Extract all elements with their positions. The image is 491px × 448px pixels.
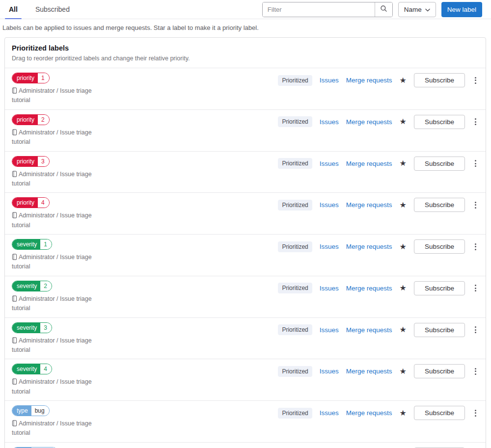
label-row: priority 2 Administrator / Issue triage …: [5, 110, 486, 152]
star-button[interactable]: ★: [400, 326, 407, 334]
label-value: 2: [40, 281, 52, 291]
issues-link[interactable]: Issues: [320, 243, 339, 250]
label-badge[interactable]: type bug: [12, 405, 50, 416]
filter-input[interactable]: [263, 2, 375, 17]
issues-link[interactable]: Issues: [320, 326, 339, 334]
ellipsis-icon: [475, 368, 476, 369]
project-link[interactable]: Administrator / Issue triage tutorial: [12, 294, 110, 314]
labels-toolbar: All Subscribed Name New label: [0, 0, 491, 19]
label-badge[interactable]: severity 2: [12, 281, 52, 291]
star-button[interactable]: ★: [400, 201, 407, 209]
new-label-button[interactable]: New label: [441, 2, 482, 17]
label-badge[interactable]: severity 3: [12, 322, 52, 333]
issues-link[interactable]: Issues: [320, 77, 339, 84]
merge-requests-link[interactable]: Merge requests: [346, 160, 392, 167]
label-badge[interactable]: priority 3: [12, 156, 50, 167]
prioritized-badge: Prioritized: [278, 324, 312, 335]
label-value: 3: [38, 157, 49, 166]
issues-link[interactable]: Issues: [320, 285, 339, 292]
label-actions-menu-button[interactable]: [472, 200, 479, 211]
tab-subscribed[interactable]: Subscribed: [31, 0, 74, 19]
merge-requests-link[interactable]: Merge requests: [346, 368, 392, 375]
project-link[interactable]: Administrator / Issue triage tutorial: [12, 336, 110, 355]
label-scope: severity: [12, 239, 40, 249]
label-actions-menu-button[interactable]: [472, 241, 479, 252]
project-link[interactable]: Administrator / Issue triage tutorial: [12, 170, 110, 189]
project-link[interactable]: Administrator / Issue triage tutorial: [12, 419, 110, 438]
project-link[interactable]: Administrator / Issue triage tutorial: [12, 377, 110, 396]
star-button[interactable]: ★: [400, 77, 407, 84]
label-actions-menu-button[interactable]: [472, 408, 479, 419]
subscribe-button[interactable]: Subscribe: [414, 323, 465, 337]
subscribe-button[interactable]: Subscribe: [414, 239, 465, 254]
label-badge[interactable]: priority 2: [12, 114, 50, 125]
label-value: 1: [40, 239, 52, 249]
label-scope: severity: [12, 323, 40, 333]
project-link[interactable]: Administrator / Issue triage tutorial: [12, 128, 110, 147]
label-row-left: severity 4 Administrator / Issue triage …: [12, 364, 110, 396]
merge-requests-link[interactable]: Merge requests: [346, 118, 392, 126]
search-button[interactable]: [375, 2, 392, 17]
star-button[interactable]: ★: [400, 368, 407, 375]
label-row: priority 3 Administrator / Issue triage …: [5, 152, 486, 193]
prioritized-badge: Prioritized: [278, 366, 312, 377]
star-button[interactable]: ★: [400, 118, 407, 126]
label-row-left: priority 1 Administrator / Issue triage …: [12, 73, 110, 105]
prioritized-labels-card: Prioritized labels Drag to reorder prior…: [4, 37, 486, 448]
label-row-left: severity 2 Administrator / Issue triage …: [12, 281, 110, 314]
subscribe-button[interactable]: Subscribe: [414, 364, 465, 378]
subscribe-button[interactable]: Subscribe: [414, 406, 465, 420]
label-badge[interactable]: priority 4: [12, 197, 50, 208]
merge-requests-link[interactable]: Merge requests: [346, 409, 392, 417]
merge-requests-link[interactable]: Merge requests: [346, 201, 392, 209]
sort-dropdown[interactable]: Name: [398, 2, 436, 17]
label-row-actions: Prioritized Issues Merge requests ★ Subs…: [278, 406, 479, 420]
project-link[interactable]: Administrator / Issue triage tutorial: [12, 211, 110, 230]
label-scope: priority: [12, 115, 38, 125]
issues-link[interactable]: Issues: [320, 409, 339, 417]
project-icon: [12, 378, 17, 385]
star-button[interactable]: ★: [400, 243, 407, 251]
issues-link[interactable]: Issues: [320, 118, 339, 126]
label-value: 4: [38, 198, 49, 208]
star-button[interactable]: ★: [400, 409, 407, 417]
subscribe-button[interactable]: Subscribe: [414, 73, 465, 87]
project-name: Administrator / Issue triage tutorial: [12, 295, 92, 312]
issues-link[interactable]: Issues: [320, 160, 339, 167]
merge-requests-link[interactable]: Merge requests: [346, 243, 392, 250]
tab-all[interactable]: All: [5, 0, 22, 19]
subscribe-button[interactable]: Subscribe: [414, 198, 465, 212]
label-actions-menu-button[interactable]: [472, 324, 479, 335]
label-row: severity 1 Administrator / Issue triage …: [5, 235, 486, 276]
subscribe-button[interactable]: Subscribe: [414, 157, 465, 171]
label-badge[interactable]: severity 4: [12, 364, 52, 374]
issues-link[interactable]: Issues: [320, 201, 339, 209]
label-actions-menu-button[interactable]: [472, 158, 479, 169]
prioritized-badge: Prioritized: [278, 116, 312, 127]
merge-requests-link[interactable]: Merge requests: [346, 285, 392, 292]
label-actions-menu-button[interactable]: [472, 75, 479, 86]
project-link[interactable]: Administrator / Issue triage tutorial: [12, 86, 110, 105]
label-badge[interactable]: severity 1: [12, 239, 52, 250]
subscribe-button[interactable]: Subscribe: [414, 115, 465, 129]
filter-group: [262, 2, 393, 17]
label-actions-menu-button[interactable]: [472, 366, 479, 377]
label-scope: priority: [12, 157, 38, 166]
project-icon: [12, 171, 17, 177]
label-actions-menu-button[interactable]: [472, 116, 479, 127]
label-row-actions: Prioritized Issues Merge requests ★ Subs…: [278, 323, 479, 337]
project-name: Administrator / Issue triage tutorial: [12, 87, 92, 104]
search-icon: [380, 5, 387, 14]
star-button[interactable]: ★: [400, 159, 407, 167]
merge-requests-link[interactable]: Merge requests: [346, 77, 392, 84]
label-badge[interactable]: priority 1: [12, 73, 50, 83]
labels-intro-text: Labels can be applied to issues and merg…: [2, 24, 486, 31]
star-button[interactable]: ★: [400, 284, 407, 292]
merge-requests-link[interactable]: Merge requests: [346, 326, 392, 334]
issues-link[interactable]: Issues: [320, 368, 339, 375]
label-actions-menu-button[interactable]: [472, 283, 479, 293]
project-link[interactable]: Administrator / Issue triage tutorial: [12, 253, 110, 272]
subscribe-button[interactable]: Subscribe: [414, 281, 465, 295]
sort-dropdown-label: Name: [404, 6, 422, 13]
label-row-left: severity 1 Administrator / Issue triage …: [12, 239, 110, 272]
